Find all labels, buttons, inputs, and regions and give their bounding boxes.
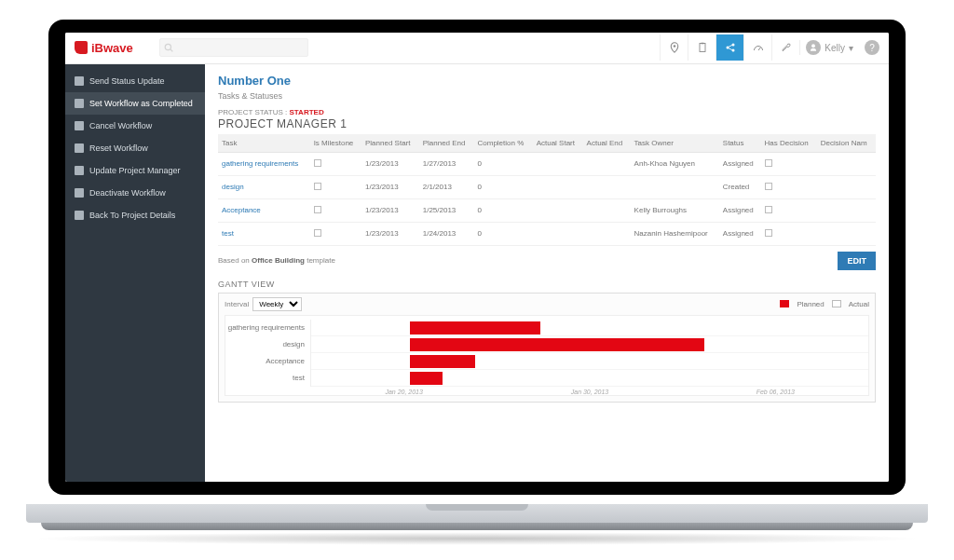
sidebar-item-reset[interactable]: Reset Workflow — [65, 137, 205, 159]
table-cell — [533, 152, 583, 175]
gantt-axis: Jan 20, 2013Jan 30, 2013Feb 06, 2013 — [311, 387, 868, 395]
checkbox[interactable] — [765, 183, 772, 190]
table-cell — [761, 198, 817, 222]
checkbox[interactable] — [314, 159, 321, 167]
legend-label: Actual — [849, 300, 869, 308]
gantt-bar[interactable] — [410, 321, 541, 335]
share-icon[interactable] — [716, 34, 743, 61]
table-cell — [817, 152, 876, 175]
table-cell: 1/24/2013 — [419, 222, 474, 245]
sidebar-item-label: Deactivate Workflow — [89, 188, 166, 198]
gantt-row: gathering requirements — [225, 320, 868, 336]
table-header[interactable]: Planned End — [419, 134, 474, 153]
table-cell: 1/23/2013 — [361, 222, 419, 245]
sidebar: Send Status Update Set Workflow as Compl… — [65, 64, 205, 482]
table-cell — [310, 198, 361, 222]
gantt-row-label: test — [225, 370, 311, 387]
table-cell — [761, 175, 817, 198]
gantt-row-label: gathering requirements — [225, 320, 311, 336]
main-content: Number One Tasks & Statuses PROJECT STAT… — [205, 64, 889, 482]
sidebar-item-deactivate[interactable]: Deactivate Workflow — [65, 182, 205, 204]
clipboard-icon[interactable] — [688, 34, 716, 61]
table-cell: 0 — [474, 222, 533, 245]
table-header[interactable]: Status — [719, 134, 761, 153]
doc-icon — [75, 166, 84, 175]
sidebar-item-label: Send Status Update — [89, 76, 165, 86]
table-row: design1/23/20132/1/20130Created — [218, 175, 876, 198]
table-row: test1/23/20131/24/20130Nazanin Hashemipo… — [218, 222, 876, 245]
interval-select[interactable]: Weekly — [252, 297, 302, 311]
table-cell — [533, 222, 583, 245]
table-cell — [533, 198, 583, 222]
gantt-bar[interactable] — [410, 355, 475, 368]
checkbox[interactable] — [765, 229, 772, 237]
sidebar-item-label: Update Project Manager — [89, 166, 181, 175]
table-cell[interactable]: Acceptance — [218, 198, 310, 222]
gauge-icon[interactable] — [743, 34, 771, 61]
table-cell[interactable]: test — [218, 222, 310, 245]
search-input[interactable] — [159, 38, 308, 57]
svg-line-1 — [170, 49, 173, 52]
sidebar-item-cancel[interactable]: Cancel Workflow — [65, 115, 205, 137]
brand-logo[interactable]: iBwave — [75, 41, 133, 55]
table-header[interactable]: Actual End — [583, 134, 631, 153]
gantt-row-label: Acceptance — [225, 353, 311, 370]
gantt-chart: gathering requirementsdesignAcceptancete… — [225, 315, 869, 396]
table-cell: 0 — [474, 175, 533, 198]
table-header[interactable]: Completion % — [474, 134, 533, 153]
tasks-table: TaskIs MilestonePlanned StartPlanned End… — [218, 134, 876, 246]
table-row: gathering requirements1/23/20131/27/2013… — [218, 152, 876, 175]
gantt-track — [311, 353, 868, 370]
table-cell — [583, 198, 631, 222]
page-title: Number One — [218, 74, 876, 88]
table-header[interactable]: Planned Start — [361, 134, 419, 153]
location-icon[interactable] — [660, 34, 688, 61]
table-header[interactable]: Decision Nam — [817, 134, 876, 153]
brand-name: iBwave — [91, 41, 133, 55]
gantt-track — [311, 320, 868, 336]
sidebar-item-update-pm[interactable]: Update Project Manager — [65, 159, 205, 182]
table-header[interactable]: Is Milestone — [310, 134, 361, 153]
checkbox[interactable] — [765, 159, 772, 167]
status-value: STARTED — [289, 108, 323, 116]
table-cell — [310, 175, 361, 198]
table-header[interactable]: Task Owner — [631, 134, 719, 153]
edit-button[interactable]: EDIT — [838, 252, 876, 270]
legend-swatch-actual — [832, 300, 841, 307]
user-menu[interactable]: Kelly ▾ — [799, 40, 859, 55]
table-cell[interactable]: design — [218, 175, 310, 198]
checkbox[interactable] — [314, 229, 321, 237]
axis-tick: Jan 30, 2013 — [497, 389, 682, 395]
sidebar-item-set-completed[interactable]: Set Workflow as Completed — [65, 92, 205, 115]
gantt-bar[interactable] — [410, 338, 705, 351]
table-cell — [533, 175, 583, 198]
help-icon[interactable]: ? — [865, 40, 879, 55]
sidebar-item-back[interactable]: Back To Project Details — [65, 204, 205, 226]
checkbox[interactable] — [765, 206, 772, 213]
table-cell — [817, 198, 876, 222]
table-cell[interactable]: gathering requirements — [218, 152, 310, 175]
table-cell — [761, 152, 817, 175]
checkbox[interactable] — [314, 206, 321, 213]
doc-icon — [75, 188, 84, 198]
doc-icon — [75, 143, 84, 153]
table-header[interactable]: Has Decision — [761, 134, 817, 153]
svg-rect-4 — [701, 43, 703, 45]
sidebar-item-send-status[interactable]: Send Status Update — [65, 70, 205, 92]
wrench-icon[interactable] — [771, 34, 799, 61]
table-cell: 1/27/2013 — [419, 152, 474, 175]
table-cell: Nazanin Hashemipoor — [631, 222, 719, 245]
table-header[interactable]: Task — [218, 134, 310, 153]
table-header[interactable]: Actual Start — [533, 134, 583, 153]
gantt-bar[interactable] — [410, 372, 443, 385]
table-cell — [583, 222, 631, 245]
svg-point-0 — [165, 44, 170, 49]
sidebar-item-label: Cancel Workflow — [89, 121, 152, 130]
table-cell: Assigned — [719, 222, 761, 245]
avatar-icon — [806, 40, 821, 55]
table-cell: 1/23/2013 — [361, 152, 419, 175]
gantt-row: Acceptance — [225, 353, 868, 370]
table-cell: 0 — [474, 198, 533, 222]
checkbox[interactable] — [314, 183, 321, 190]
table-cell: 0 — [474, 152, 533, 175]
